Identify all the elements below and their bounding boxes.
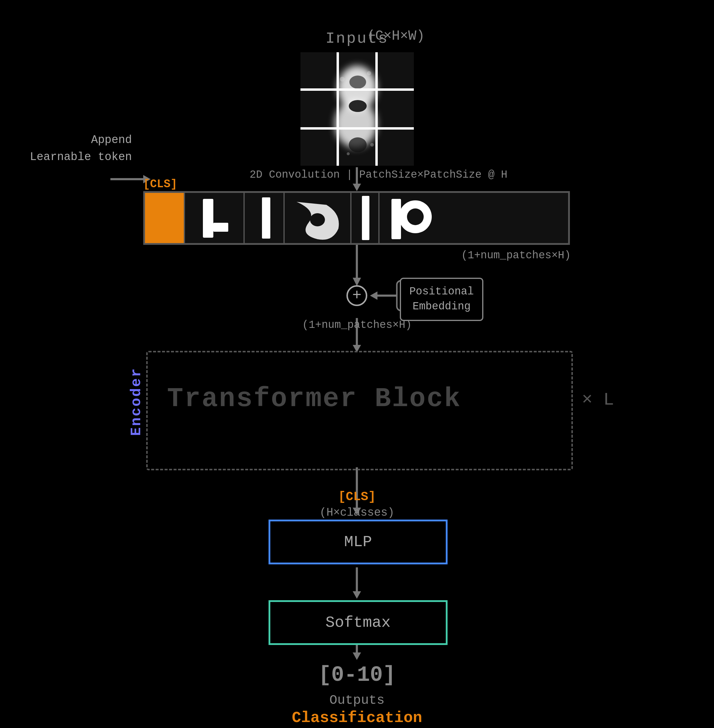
softmax-box: Softmax <box>268 600 447 645</box>
cls-label: [CLS] <box>143 177 177 191</box>
conv-label: 2D Convolution | PatchSize×PatchSize @ H <box>250 169 507 181</box>
svg-marker-6 <box>370 292 378 300</box>
svg-point-21 <box>349 137 367 152</box>
patch-5 <box>380 193 445 243</box>
svg-point-22 <box>350 75 366 89</box>
output-range-label: [0-10] <box>318 663 396 687</box>
times-l-label: × L <box>582 390 614 410</box>
inputs-formula: (C×H×W) <box>367 29 424 44</box>
svg-rect-39 <box>362 196 369 240</box>
svg-point-26 <box>367 71 371 75</box>
svg-point-20 <box>349 100 367 112</box>
patch-2 <box>244 193 284 243</box>
svg-rect-32 <box>203 199 213 238</box>
svg-point-24 <box>370 143 374 147</box>
transformer-block-label: Transformer Block <box>167 384 461 414</box>
digit-image-container <box>300 52 414 166</box>
hxclasses-label: (H×classes) <box>320 506 394 519</box>
patch-1 <box>184 193 243 243</box>
svg-rect-31 <box>185 193 243 243</box>
append-learnable-label: Append Learnable token <box>30 131 132 165</box>
encoder-label: Encoder <box>128 367 144 436</box>
svg-marker-14 <box>352 653 361 660</box>
patches-dim-label-2: (1+num_patches×H) <box>302 319 412 331</box>
positional-embedding-box: Positional Embedding <box>400 278 483 321</box>
patch-3 <box>285 193 350 243</box>
svg-marker-12 <box>352 591 361 599</box>
svg-marker-1 <box>352 184 361 191</box>
patches-dim-label-1: (1+num_patches×H) <box>461 249 571 262</box>
svg-point-37 <box>310 213 325 226</box>
digit-image-svg <box>300 52 414 166</box>
plus-circle: + <box>346 285 367 306</box>
classification-label: Classification <box>292 709 422 727</box>
cls-output-label: [CLS] <box>338 490 376 504</box>
svg-point-25 <box>347 152 350 155</box>
svg-point-43 <box>407 208 424 225</box>
svg-marker-3 <box>352 278 361 286</box>
diagram-container: Inputs (C×H×W) <box>0 0 714 728</box>
cls-token <box>145 193 184 243</box>
patch-4 <box>351 193 378 243</box>
patch-bar <box>143 191 570 245</box>
svg-rect-35 <box>262 197 270 239</box>
svg-point-23 <box>340 77 345 81</box>
mlp-box: MLP <box>268 520 447 564</box>
svg-rect-33 <box>213 223 228 232</box>
outputs-label: Outputs <box>329 693 385 708</box>
